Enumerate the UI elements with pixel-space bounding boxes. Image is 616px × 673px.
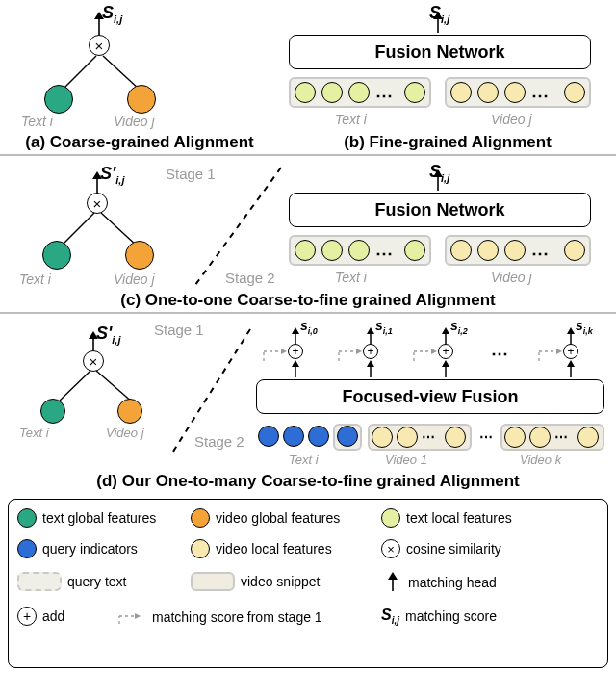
- stage-2-label: Stage 2: [194, 433, 244, 450]
- score-sub: i,j: [114, 13, 122, 25]
- query-swatch: [17, 539, 37, 558]
- legend-stage1-arrow: matching score from stage 1: [114, 607, 322, 628]
- legend-label: query text: [67, 574, 126, 589]
- legend-label: add: [42, 608, 64, 624]
- out-sk: si,k: [576, 318, 593, 336]
- video-snippet-swatch: [191, 572, 235, 591]
- cosine-similarity-icon: ×: [87, 193, 108, 214]
- s: s: [450, 318, 458, 333]
- fusion-network-box: Fusion Network: [289, 35, 591, 69]
- dashed-arrow-icon: [114, 607, 148, 628]
- svg-marker-19: [292, 327, 299, 334]
- legend-label: matching head: [408, 575, 497, 590]
- video-local-node: [504, 240, 526, 261]
- sub: i,0: [308, 326, 318, 336]
- add-icon: +: [17, 607, 37, 626]
- panel-d-text-label-1: Text i: [19, 426, 49, 440]
- focused-view-fusion-box: Focused-view Fusion: [256, 379, 604, 414]
- legend-label: query indicators: [42, 541, 138, 557]
- panel-d-caption: (d) Our One-to-many Coarse-to-fine grain…: [0, 472, 616, 491]
- legend-label: text local features: [406, 510, 512, 526]
- panel-c-caption: (c) One-to-one Coarse-to-fine grained Al…: [0, 291, 616, 310]
- score-sub: i,j: [116, 174, 124, 186]
- s: s: [300, 318, 308, 333]
- video-local-node: [477, 240, 499, 261]
- ellipsis: ⋯: [479, 429, 494, 445]
- module-label: Fusion Network: [374, 200, 504, 220]
- arrow-up-icon: [366, 360, 375, 377]
- legend-query-indicators: query indicators: [17, 539, 138, 558]
- stage-2-label: Stage 2: [225, 270, 275, 286]
- arrow-up-icon: [566, 360, 576, 377]
- svg-marker-38: [442, 360, 449, 367]
- svg-marker-50: [135, 613, 141, 619]
- legend-cosine: × cosine similarity: [381, 539, 501, 558]
- ellipsis: ⋯: [422, 429, 436, 445]
- legend-video-snippet: video snippet: [191, 572, 321, 591]
- panel-d-video1-label: Video 1: [385, 453, 427, 467]
- stage-1-label: Stage 1: [154, 322, 204, 338]
- video-local-node: [529, 427, 551, 448]
- query-indicator-node: [283, 426, 304, 447]
- panel-b-text-label: Text i: [335, 112, 367, 127]
- legend-video-local: video local features: [191, 539, 332, 558]
- text-global-node: [40, 399, 65, 424]
- score-symbol: S: [429, 162, 441, 181]
- plus-symbol: +: [367, 346, 373, 357]
- video-local-node: [578, 427, 599, 448]
- arrow-up-icon: [381, 572, 404, 593]
- sub: i,j: [392, 615, 399, 626]
- svg-marker-47: [388, 572, 398, 580]
- video-local-swatch: [191, 539, 210, 558]
- legend-label: video global features: [216, 510, 340, 526]
- panel-c-video-label-2: Video j: [491, 270, 532, 285]
- ellipsis: ⋯: [375, 85, 394, 106]
- svg-marker-43: [556, 349, 562, 354]
- text-local-node: [404, 82, 425, 103]
- fusion-network-box: Fusion Network: [289, 193, 591, 227]
- svg-line-8: [61, 213, 94, 246]
- query-indicator-node: [308, 426, 329, 447]
- svg-line-16: [96, 371, 133, 402]
- legend-matching-score: Si,j matching score: [381, 607, 497, 626]
- divider: [0, 154, 616, 156]
- query-indicator-node: [337, 426, 358, 447]
- legend-text-global: text global features: [17, 508, 156, 528]
- add-icon: +: [363, 344, 378, 359]
- legend-label: cosine similarity: [406, 541, 501, 557]
- panel-b-caption: (b) Fine-grained Alignment: [279, 133, 616, 152]
- score-symbol: S: [429, 3, 441, 22]
- add-icon: +: [563, 344, 578, 359]
- video-local-node: [397, 427, 418, 448]
- svg-line-2: [63, 56, 96, 90]
- out-s0: si,0: [300, 318, 318, 336]
- video-local-node: [450, 82, 472, 103]
- s: S: [381, 607, 392, 623]
- panel-b-score: Si,j: [429, 3, 449, 25]
- legend-matching-head: matching head: [381, 572, 497, 593]
- panel-c-text-label-1: Text i: [19, 272, 51, 287]
- sub: i,k: [583, 326, 593, 336]
- ellipsis: ⋯: [491, 343, 509, 364]
- legend-video-global: video global features: [191, 508, 340, 528]
- score-symbol: S: [102, 3, 114, 22]
- out-s2: si,2: [450, 318, 468, 336]
- video-global-node: [127, 85, 156, 114]
- module-label: Focused-view Fusion: [342, 387, 518, 407]
- out-s1: si,1: [375, 318, 393, 336]
- query-indicator-node: [258, 426, 279, 447]
- text-local-node: [348, 82, 370, 103]
- panel-c-text-label-2: Text i: [335, 270, 367, 285]
- cosine-similarity-icon: ×: [83, 350, 104, 372]
- op-symbol: ×: [93, 196, 102, 211]
- text-local-swatch: [381, 508, 400, 528]
- score-symbol: S': [100, 164, 116, 183]
- text-global-swatch: [17, 508, 37, 528]
- video-global-swatch: [191, 508, 210, 528]
- score-sub: i,j: [112, 334, 120, 346]
- svg-line-15: [58, 371, 90, 402]
- score-sub: i,j: [441, 13, 449, 25]
- panel-a-score: Si,j: [102, 3, 122, 25]
- plus-symbol: +: [292, 346, 298, 357]
- video-local-node: [564, 82, 585, 103]
